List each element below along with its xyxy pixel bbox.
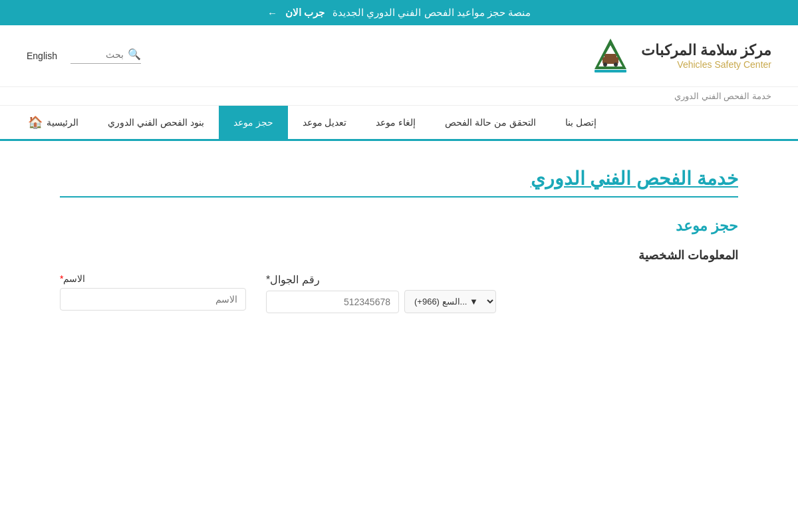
nav-label-terms: بنود الفحص الفني الدوري — [108, 117, 204, 128]
search-box: 🔍 — [70, 48, 141, 64]
nav-label-edit: تعديل موعد — [303, 117, 347, 128]
banner-text: منصة حجز مواعيد الفحص الفني الدوري الجدي… — [332, 7, 531, 19]
title-divider — [60, 196, 738, 198]
phone-input[interactable] — [266, 291, 399, 313]
nav-item-terms[interactable]: بنود الفحص الفني الدوري — [93, 106, 219, 141]
search-input[interactable] — [70, 49, 124, 60]
name-input[interactable] — [60, 288, 246, 311]
nav-item-book[interactable]: حجز موعد — [219, 106, 288, 141]
svg-point-5 — [614, 63, 618, 66]
nav-label-home: الرئيسية — [47, 117, 78, 128]
navigation: إتصل بنا التحقق من حالة الفحص إلغاء موعد… — [0, 106, 798, 141]
header-logo-area: مركز سلامة المركبات Vehicles Safety Cent… — [591, 36, 771, 76]
svg-rect-6 — [595, 70, 626, 72]
main-content: خدمة الفحص الفني الدوري حجز موعد المعلوم… — [33, 141, 765, 346]
nav-item-contact[interactable]: إتصل بنا — [551, 106, 611, 141]
subtitle-bar: خدمة الفحص الفني الدوري — [0, 87, 798, 106]
banner-try-now[interactable]: جرب الان — [285, 7, 325, 19]
nav-label-book: حجز موعد — [233, 117, 273, 128]
nav-item-status[interactable]: التحقق من حالة الفحص — [430, 106, 551, 141]
banner-arrow: ← — [267, 7, 277, 19]
page-title: خدمة الفحص الفني الدوري — [60, 168, 738, 190]
name-group: الاسم* — [60, 273, 246, 311]
nav-item-home[interactable]: الرئيسية 🏠 — [13, 106, 93, 141]
home-icon: 🏠 — [28, 115, 43, 130]
nav-label-contact: إتصل بنا — [565, 117, 597, 128]
logo-text: مركز سلامة المركبات Vehicles Safety Cent… — [641, 42, 771, 70]
logo-english-name: Vehicles Safety Center — [641, 59, 771, 70]
country-code-select[interactable]: (+966) السع... ▼ — [404, 290, 496, 313]
book-section-title: حجز موعد — [60, 217, 738, 235]
nav-item-edit[interactable]: تعديل موعد — [288, 106, 362, 141]
phone-label: رقم الجوال* — [266, 273, 320, 286]
name-label: الاسم* — [60, 273, 85, 284]
svg-point-4 — [603, 63, 607, 66]
nav-item-cancel[interactable]: إلغاء موعد — [361, 106, 430, 141]
nav-label-cancel: إلغاء موعد — [376, 117, 416, 128]
language-toggle-button[interactable]: English — [27, 51, 57, 61]
phone-input-row: (+966) السع... ▼ — [266, 290, 496, 313]
logo-icon — [591, 36, 630, 76]
svg-rect-3 — [604, 54, 616, 59]
header: مركز سلامة المركبات Vehicles Safety Cent… — [0, 25, 798, 87]
phone-group: رقم الجوال* (+966) السع... ▼ — [266, 273, 496, 313]
header-controls: English 🔍 — [27, 48, 141, 64]
search-icon[interactable]: 🔍 — [128, 48, 141, 61]
top-banner: منصة حجز مواعيد الفحص الفني الدوري الجدي… — [0, 0, 798, 25]
logo-arabic-name: مركز سلامة المركبات — [641, 42, 771, 59]
form-row-name-phone: رقم الجوال* (+966) السع... ▼ الاسم* — [60, 273, 738, 313]
subtitle-text: خدمة الفحص الفني الدوري — [674, 91, 771, 101]
nav-label-status: التحقق من حالة الفحص — [445, 117, 536, 128]
personal-info-heading: المعلومات الشخصية — [60, 248, 738, 263]
